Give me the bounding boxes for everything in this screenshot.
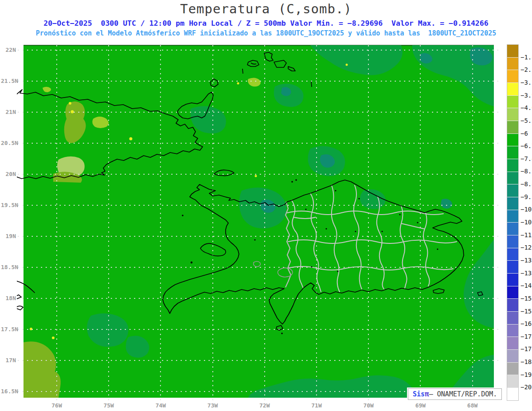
lon-tick-label: 76W — [43, 403, 70, 409]
lon-tick-label: 68W — [459, 403, 486, 409]
forecast-valid-time-line: 20−Oct−2025 0300 UTC / 12:00 pm Hora Loc… — [0, 19, 532, 27]
colorbar-tick-label: −3.9 — [520, 92, 532, 99]
lat-tick-label: 17N — [1, 357, 16, 364]
lon-tick-label: 71W — [303, 403, 330, 409]
colorbar-tick-label: −11.6 — [520, 231, 532, 239]
colorbar-tick-label: −15.1 — [520, 295, 532, 302]
colorbar-tick-label: −16.5 — [520, 320, 532, 327]
lon-tick-label: 75W — [95, 403, 122, 409]
lon-tick-label: 73W — [200, 403, 226, 409]
colorbar-segment — [507, 286, 518, 299]
colorbar-segment — [507, 337, 518, 350]
colorbar-tick-label: −17.9 — [520, 345, 532, 352]
colorbar-segment — [507, 197, 518, 210]
colorbar-tick-label: −10.9 — [520, 219, 532, 226]
colorbar-segment — [507, 58, 518, 70]
lat-tick-label: 20N — [1, 171, 16, 177]
colorbar-segment — [507, 223, 518, 235]
attribution-sis: Sis — [413, 390, 425, 398]
colorbar-tick-label: −12.3 — [520, 244, 532, 251]
colorbar-segment — [507, 235, 518, 248]
colorbar-segment — [507, 274, 518, 286]
colorbar-segment — [507, 121, 518, 134]
colorbar-segment — [507, 325, 518, 337]
lon-tick-label: 72W — [251, 403, 278, 409]
lat-tick-label: 21N — [1, 109, 16, 115]
attribution-box: Sisπ– ONAMET/REP.DOM. — [408, 388, 502, 400]
colorbar-tick-label: −13 — [520, 257, 532, 264]
colorbar-segment — [507, 172, 518, 185]
colorbar-tick-label: −10.2 — [520, 206, 532, 213]
colorbar-segment — [507, 96, 518, 109]
colorbar-segment — [507, 70, 518, 83]
pi-logo-icon: π — [425, 390, 429, 398]
colorbar-segment — [507, 248, 518, 261]
colorbar-tick-label: −4.6 — [520, 104, 532, 111]
colorbar-tick-label: −19.3 — [520, 371, 532, 378]
lat-tick-label: 20.5N — [1, 140, 16, 146]
colorbar — [507, 44, 519, 401]
colorbar-segment — [507, 159, 518, 172]
lat-tick-label: 17.5N — [1, 326, 16, 333]
lat-tick-label: 19N — [1, 233, 16, 239]
colorbar-tick-label: −8.1 — [520, 168, 532, 175]
colorbar-tick-label: −3.2 — [520, 79, 532, 86]
lon-tick-label: 70W — [355, 403, 382, 409]
lat-tick-label: 19.5N — [1, 202, 16, 208]
lat-tick-label: 18N — [1, 295, 16, 301]
colorbar-tick-label: −17.2 — [520, 333, 532, 340]
colorbar-segment — [507, 108, 518, 121]
colorbar-tick-label: −2.5 — [520, 66, 532, 73]
lat-tick-label: 21.5N — [1, 78, 16, 84]
map-area — [17, 44, 503, 401]
colorbar-segment — [507, 210, 518, 223]
lat-tick-label: 16.5N — [1, 388, 16, 395]
page-title: Temperatura (C,somb.) — [0, 1, 532, 16]
colorbar-tick-label: −14.4 — [520, 282, 532, 289]
colorbar-tick-label: −5.3 — [520, 117, 532, 124]
colorbar-tick-label: −8.8 — [520, 180, 532, 188]
colorbar-segment — [507, 83, 518, 96]
map-canvas — [17, 44, 503, 401]
colorbar-segment — [507, 146, 518, 159]
colorbar-tick-label: −15.8 — [520, 308, 532, 315]
colorbar-segment — [507, 299, 518, 312]
colorbar-tick-label: −6 — [520, 130, 528, 137]
model-init-line: Pronóstico con el Modelo Atmósferico WRF… — [0, 29, 532, 37]
colorbar-tick-label: −1.8 — [520, 54, 532, 61]
colorbar-segment — [507, 363, 518, 376]
lat-tick-label: 18.5N — [1, 264, 16, 270]
colorbar-tick-label: −18.6 — [520, 358, 532, 365]
colorbar-segment — [507, 261, 518, 274]
attribution-text: – ONAMET/REP.DOM. — [429, 390, 497, 398]
colorbar-tick-label: −7.4 — [520, 155, 532, 162]
colorbar-segment — [507, 45, 518, 58]
colorbar-tick-label: −20 — [520, 384, 532, 391]
colorbar-segment — [507, 184, 518, 197]
colorbar-segment — [507, 312, 518, 325]
colorbar-tick-label: −6.7 — [520, 142, 532, 149]
colorbar-segment — [507, 375, 518, 388]
colorbar-tick-label: −13.7 — [520, 270, 532, 277]
lon-tick-label: 74W — [147, 403, 174, 409]
colorbar-tick-label: −9.5 — [520, 193, 532, 200]
lat-tick-label: 22N — [1, 47, 16, 53]
lon-tick-label: 69W — [407, 403, 434, 409]
colorbar-segment — [507, 134, 518, 147]
colorbar-segment — [507, 388, 518, 400]
weather-map-page: Temperatura (C,somb.) 20−Oct−2025 0300 U… — [0, 0, 532, 411]
colorbar-segment — [507, 350, 518, 363]
